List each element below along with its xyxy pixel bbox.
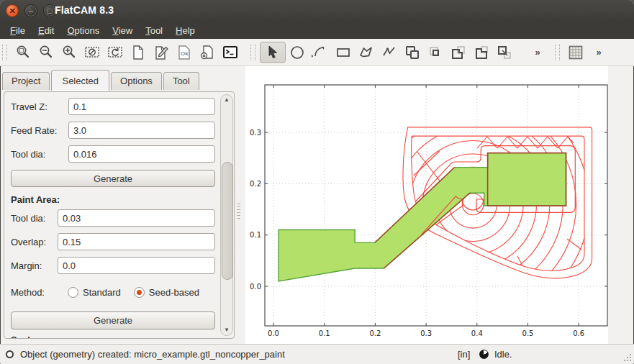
snap-grid-icon[interactable] [564,42,587,63]
title-bar: ✕ – □ FlatCAM 8.3 [0,0,634,22]
feed-rate-label: Feed Rate: [11,125,68,136]
svg-text:Ok: Ok [181,50,189,57]
tab-tool[interactable]: Tool [163,72,199,90]
menu-tool[interactable]: Tool [145,25,163,36]
toolbar-drag-handle[interactable] [2,45,7,60]
scroll-up-icon[interactable]: ▲ [221,96,232,104]
resize-grip[interactable] [623,353,632,362]
zoom-fit-icon[interactable] [12,42,35,63]
method-standard-label[interactable]: Standard [83,287,121,298]
menu-view[interactable]: View [112,25,132,36]
new-file-icon[interactable] [127,42,150,63]
paint-zigzag [477,137,574,148]
svg-text:0.0: 0.0 [250,283,261,291]
menu-edit[interactable]: Edit [38,25,54,36]
travel-z-label: Travel Z: [11,101,68,112]
toolbar: Ok » » [0,39,634,66]
status-activity-icon [6,350,14,358]
draw-circle-icon[interactable] [286,42,309,63]
generate-paint-button[interactable]: Generate [11,311,215,329]
geo-union-icon[interactable] [401,42,424,63]
method-seed-based-radio[interactable] [134,287,145,298]
tool-dia-input[interactable] [68,145,215,163]
clear-plot-icon[interactable] [81,42,104,63]
draw-polyline-icon[interactable] [378,42,401,63]
tool-dia-label: Tool dia: [11,149,68,160]
geo-intersection-icon[interactable] [424,42,447,63]
window-title: FlatCAM 8.3 [55,4,114,16]
status-message: Object (geometry) created: micro_example… [20,349,285,360]
overlap-row: Overlap: [11,233,215,250]
plot-canvas[interactable]: 0.00.10.20.30.40.50.60.00.10.20.3 [245,66,608,344]
margin-row: Margin: [11,257,215,274]
copper-trace [278,153,566,281]
tab-options[interactable]: Options [111,72,162,90]
status-bar: Object (geometry) created: micro_example… [0,344,634,364]
menu-bar: File Edit Options View Tool Help [0,22,634,39]
tool-dia-row: Tool dia: [11,145,215,163]
paint-area-heading: Paint Area: [11,194,60,205]
method-label: Method: [11,287,68,298]
zoom-in-icon[interactable] [58,42,81,63]
save-ok-file-icon[interactable]: Ok [173,42,196,63]
app-window: ✕ – □ FlatCAM 8.3 File Edit Options View… [0,0,634,364]
paint-tool-dia-row: Tool dia: [11,209,215,227]
close-button[interactable]: ✕ [6,4,19,17]
panel-splitter[interactable] [237,204,240,219]
panel-scrollbar[interactable]: ▲ ▼ [220,94,233,336]
toolbar-overflow-icon-2[interactable]: » [587,42,610,63]
draw-rectangle-icon[interactable] [332,42,355,63]
tab-selected[interactable]: Selected [51,70,109,91]
replot-icon[interactable] [104,42,127,63]
margin-label: Margin: [11,260,58,271]
feed-rate-input[interactable] [68,122,215,139]
save-as-file-icon[interactable] [196,42,219,63]
select-pointer-icon[interactable] [260,42,286,63]
paint-tool-dia-input[interactable] [58,209,215,227]
svg-text:0.6: 0.6 [573,329,584,337]
draw-polygon-icon[interactable] [355,42,378,63]
generate-cnc-button[interactable]: Generate [11,170,215,187]
travel-z-row: Travel Z: [11,98,215,115]
selected-tab-panel: Travel Z: Feed Rate: Tool dia: Generate … [4,91,235,339]
open-edit-file-icon[interactable] [150,42,173,63]
method-seed-based-label[interactable]: Seed-based [149,287,199,298]
margin-input[interactable] [58,257,215,274]
units-indicator[interactable]: [in] [458,349,470,360]
method-standard-radio[interactable] [68,287,78,298]
svg-text:0.5: 0.5 [522,329,534,337]
menu-options[interactable]: Options [67,25,99,36]
tab-bar: Project Selected Options Tool [2,68,201,90]
scrollbar-thumb[interactable] [222,162,233,280]
scale-heading: Scale: [11,335,38,339]
menu-help[interactable]: Help [176,25,195,36]
overlap-label: Overlap: [11,237,58,247]
geo-transform-icon[interactable] [493,42,516,63]
paint-tool-dia-label: Tool dia: [11,213,58,224]
geo-cutout-icon[interactable] [470,42,493,63]
menu-file[interactable]: File [10,25,25,36]
svg-text:0.2: 0.2 [250,180,261,188]
minimize-button[interactable]: – [24,4,37,17]
svg-text:0.2: 0.2 [369,329,381,337]
feed-rate-row: Feed Rate: [11,122,215,139]
geo-subtract-icon[interactable] [447,42,470,63]
draw-arc-icon[interactable] [309,42,332,63]
tab-project[interactable]: Project [2,72,50,90]
scroll-down-icon[interactable]: ▼ [221,326,232,335]
toolbar-drag-handle-3[interactable] [555,45,560,60]
zoom-out-icon[interactable] [35,42,58,63]
overlap-input[interactable] [58,233,215,250]
svg-text:0.4: 0.4 [471,329,483,337]
svg-text:0.1: 0.1 [250,231,261,239]
toolbar-overflow-icon[interactable]: » [526,42,549,63]
travel-z-input[interactable] [68,98,215,115]
svg-text:0.3: 0.3 [420,329,432,337]
svg-text:0.3: 0.3 [250,129,261,137]
shell-icon[interactable] [219,42,242,63]
svg-text:0.1: 0.1 [319,329,330,337]
toolbar-drag-handle-2[interactable] [250,45,255,60]
idle-state-text: Idle. [494,349,512,360]
method-row: Method: Standard Seed-based [11,287,199,298]
window-controls: ✕ – □ [6,4,56,17]
